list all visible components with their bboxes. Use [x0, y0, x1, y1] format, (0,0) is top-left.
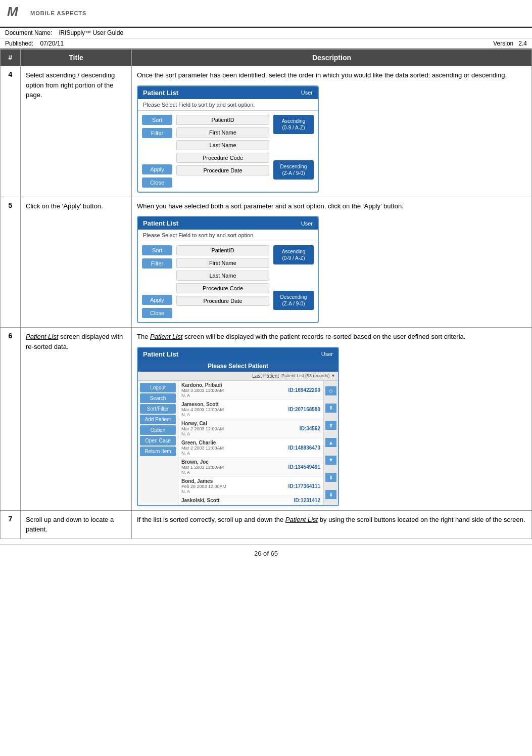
- col-header-title: Title: [21, 50, 132, 66]
- sort-option-lastname-4[interactable]: Last Name: [176, 140, 269, 150]
- sort-option-patientid-4[interactable]: PatientID: [176, 115, 269, 125]
- plt-nav-returnitem[interactable]: Return Item: [140, 447, 176, 456]
- ascending-button-4[interactable]: Ascending(0-9 / A-Z): [273, 115, 314, 134]
- patient-name-3: Green, Charlie: [181, 440, 224, 446]
- row-desc-7: If the list is sorted correctly, scroll …: [132, 510, 532, 539]
- patient-name-6: Jaskolski, Scott: [181, 498, 220, 503]
- patient-id-4: ID:134549491: [288, 464, 320, 470]
- table-row: 6 Patient List screen displayed with re-…: [1, 328, 532, 511]
- plt-nav-logout[interactable]: Logout: [140, 383, 176, 392]
- col-header-description: Description: [132, 50, 532, 66]
- patient-date-5: Feb 28 2003 12:00AM: [181, 484, 226, 489]
- row-title-7: Scroll up and down to locate a patient.: [21, 510, 132, 539]
- table-row: 5 Click on the ‘Apply’ button. When you …: [1, 197, 532, 328]
- plt-title-6: Patient List: [143, 350, 178, 358]
- pl-subtitle-4: Please Select Field to sort by and sort …: [138, 99, 318, 111]
- doc-name-label: Document Name: iRISupply™ User Guide: [5, 29, 123, 36]
- patient-date-2: Mar 2 2003 12:00AM: [181, 426, 224, 431]
- pl-right-btns-5: Ascending(0-9 / A-Z) Descending(Z-A / 9-…: [273, 245, 314, 318]
- plt-user-6: User: [321, 351, 333, 357]
- patient-date-1: Mar 4 2003 12:00AM: [181, 407, 224, 412]
- patient-row-1: Jameson, Scott Mar 4 2003 12:00AM N, A I…: [178, 400, 323, 419]
- sort-option-procdate-4[interactable]: Procedure Date: [176, 165, 269, 175]
- patient-id-1: ID:207168580: [288, 407, 320, 412]
- pl-sort-options-5: PatientID First Name Last Name Procedure…: [176, 245, 269, 318]
- plt-nav-addpatient[interactable]: Add Patient: [140, 415, 176, 424]
- patient-na-3: N, A: [181, 451, 224, 456]
- version-label: Version 2.4: [493, 40, 527, 47]
- pl-header-5: Patient List User: [138, 217, 318, 230]
- filter-button-5[interactable]: Filter: [142, 258, 172, 269]
- pl-title-5: Patient List: [143, 219, 178, 227]
- col-header-num: #: [1, 50, 21, 66]
- row-num-4: 4: [1, 66, 21, 197]
- descending-button-5[interactable]: Descending(Z-A / 9-0): [273, 291, 314, 310]
- table-header-row: # Title Description: [1, 50, 532, 66]
- close-button-4[interactable]: Close: [142, 177, 172, 188]
- plt-toolbar-6: Last Patient Patient List (53 records) ▼: [138, 372, 338, 381]
- plt-nav-search[interactable]: Search: [140, 393, 176, 403]
- published-label: Published: 07/20/11: [5, 40, 64, 47]
- pl-header-4: Patient List User: [138, 86, 318, 99]
- filter-button-4[interactable]: Filter: [142, 128, 172, 138]
- row-title-6: Patient List screen displayed with re-so…: [21, 328, 132, 511]
- pl-body-4: Sort Filter Apply Close PatientID First …: [138, 111, 318, 192]
- patient-na-0: N, A: [181, 393, 224, 398]
- logo-icon: M: [6, 4, 26, 22]
- patient-date-0: Mar 3 2003 12:00AM: [181, 388, 224, 393]
- patient-id-6: ID:1231412: [294, 498, 320, 503]
- row-desc-5: When you have selected both a sort param…: [132, 197, 532, 328]
- plt-nav-opencase[interactable]: Open Case: [140, 436, 176, 446]
- plt-left-nav-6: Logout Search Sort/Filter Add Patient Op…: [138, 381, 178, 505]
- svg-text:M: M: [7, 4, 19, 19]
- row-title-link-6: Patient List: [26, 333, 58, 340]
- desc-text-7: If the list is sorted correctly, scroll …: [137, 515, 526, 525]
- plt-header-6: Patient List User: [138, 348, 338, 361]
- footer-text: 26 of 65: [254, 550, 278, 557]
- apply-button-4[interactable]: Apply: [142, 164, 172, 174]
- plt-icon-btn-1[interactable]: ⬆: [325, 404, 336, 413]
- plt-last-patient-label: Last Patient: [252, 373, 279, 379]
- sort-option-firstname-5[interactable]: First Name: [176, 258, 269, 268]
- plt-icon-btn-5[interactable]: ⬇: [325, 473, 336, 482]
- table-row: 7 Scroll up and down to locate a patient…: [1, 510, 532, 539]
- plt-icon-btn-2[interactable]: ⬆: [325, 421, 336, 430]
- sort-option-patientid-5[interactable]: PatientID: [176, 245, 269, 255]
- descending-button-4[interactable]: Descending(Z-A / 9-0): [273, 160, 314, 180]
- sort-option-lastname-5[interactable]: Last Name: [176, 271, 269, 281]
- sort-button-5[interactable]: Sort: [142, 245, 172, 255]
- pl-sort-options-4: PatientID First Name Last Name Procedure…: [176, 115, 269, 188]
- plt-icon-btn-3[interactable]: ▲: [325, 438, 336, 447]
- patient-id-5: ID:177364111: [288, 483, 320, 489]
- close-button-5[interactable]: Close: [142, 308, 172, 318]
- patient-row-5: Bond, James Feb 28 2003 12:00AM N, A ID:…: [178, 477, 323, 496]
- page-header: M MOBILE ASPECTS: [0, 0, 532, 27]
- patient-name-2: Horwy, Cal: [181, 421, 224, 426]
- apply-button-5[interactable]: Apply: [142, 295, 172, 305]
- patient-id-0: ID:169422200: [288, 387, 320, 393]
- plt-nav-option[interactable]: Option: [140, 425, 176, 435]
- sort-option-proccode-5[interactable]: Procedure Code: [176, 283, 269, 293]
- main-table: # Title Description 4 Select ascending /…: [0, 49, 532, 539]
- patient-name-4: Brown, Joe: [181, 459, 224, 465]
- sort-option-firstname-4[interactable]: First Name: [176, 127, 269, 138]
- plt-nav-sortfilter[interactable]: Sort/Filter: [140, 404, 176, 414]
- logo-text: MOBILE ASPECTS: [30, 10, 86, 16]
- sort-button-4[interactable]: Sort: [142, 115, 172, 125]
- sort-option-procdate-5[interactable]: Procedure Date: [176, 296, 269, 306]
- patient-list-link-7: Patient List: [285, 516, 318, 523]
- published-row: Published: 07/20/11 Version 2.4: [0, 38, 532, 49]
- desc-text-5: When you have selected both a sort param…: [137, 201, 526, 211]
- sort-option-proccode-4[interactable]: Procedure Code: [176, 153, 269, 163]
- pl-body-5: Sort Filter Apply Close PatientID First …: [138, 241, 318, 322]
- plt-icon-btn-4[interactable]: ▼: [325, 456, 336, 465]
- row-num-6: 6: [1, 328, 21, 511]
- pl-subtitle-5: Please Select Field to sort by and sort …: [138, 230, 318, 241]
- plt-icon-btn-0[interactable]: ◇: [325, 386, 336, 395]
- ascending-button-5[interactable]: Ascending(0-9 / A-Z): [273, 245, 314, 264]
- plt-right-icons-6: ◇ ⬆ ⬆ ▲ ▼ ⬇ ⬇: [323, 381, 338, 505]
- plt-patients-6: Kardono, Pribadi Mar 3 2003 12:00AM N, A…: [178, 381, 323, 505]
- plt-icon-btn-6[interactable]: ⬇: [325, 490, 336, 499]
- pl-user-5: User: [301, 220, 313, 227]
- desc-text-4: Once the sort parameter has been identif…: [137, 70, 526, 80]
